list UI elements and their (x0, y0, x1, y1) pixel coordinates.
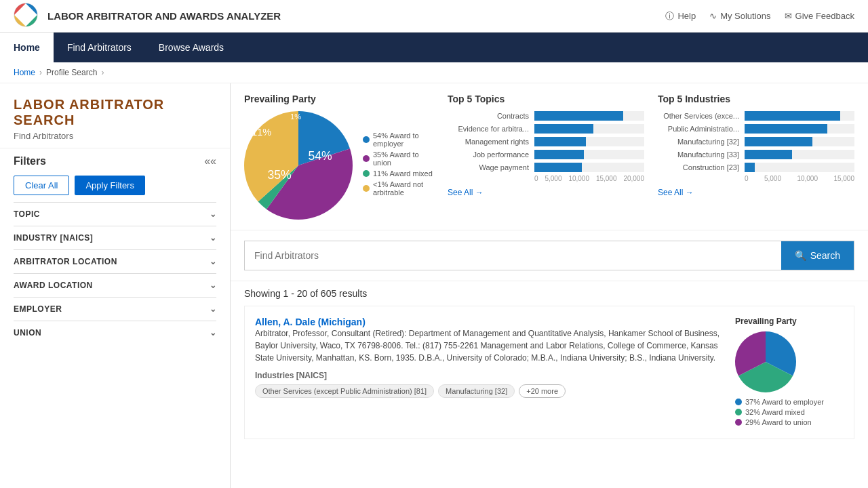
legend-mixed: 11% Award mixed (363, 169, 434, 178)
search-icon: 🔍 (795, 250, 806, 261)
filters-header: Filters «« (14, 155, 216, 167)
industries-bars: Other Services (exce... Public Administr… (658, 111, 854, 172)
legend-dot-not-arb (363, 185, 370, 192)
filter-group-employer-header[interactable]: EMPLOYER ⌄ (14, 298, 216, 321)
filter-group-arbitrator-location: ARBITRATOR LOCATION ⌄ (14, 249, 216, 273)
filter-group-award-location: AWARD LOCATION ⌄ (14, 273, 216, 297)
envelope-icon: ✉ (785, 11, 792, 21)
industries-label: Industries [NAICS] (255, 371, 722, 380)
filter-group-industry: INDUSTRY [NAICS] ⌄ (14, 226, 216, 249)
breadcrumb-sep-1: › (39, 68, 42, 77)
help-link[interactable]: ⓘ Help (665, 10, 696, 22)
mini-dot-mixed (735, 409, 742, 415)
filter-group-topic-header[interactable]: TOPIC ⌄ (14, 203, 216, 226)
tag-list: Other Services (except Public Administra… (255, 384, 722, 398)
search-input[interactable] (245, 241, 781, 270)
chevron-industry-icon: ⌄ (210, 233, 217, 243)
main-layout: LABOR ARBITRATOR SEARCH Find Arbitrators… (0, 83, 868, 488)
filter-group-employer: EMPLOYER ⌄ (14, 297, 216, 321)
result-card: Allen, A. Dale (Michigan) Arbitrator, Pr… (244, 306, 854, 439)
chevron-union-icon: ⌄ (210, 328, 217, 338)
charts-row: Prevailing Party 54%35%11%1% (231, 83, 868, 230)
bar-row: Public Administratio... (658, 124, 854, 134)
mini-legend-union: 29% Award to union (735, 418, 824, 426)
nav-find-arbitrators[interactable]: Find Arbitrators (54, 33, 145, 62)
result-description: Arbitrator, Professor, Consultant (Retir… (255, 327, 722, 364)
bar-row: Manufacturing [32] (658, 137, 854, 146)
bar-row: Evidence for arbitra... (448, 124, 644, 134)
bar-row: Construction [23] (658, 163, 854, 172)
prevailing-party-chart: Prevailing Party 54%35%11%1% (244, 94, 434, 220)
page-title: LABOR ARBITRATOR SEARCH (14, 97, 216, 128)
search-area: 🔍 Search (231, 230, 868, 281)
mini-legend-mixed: 32% Award mixed (735, 408, 824, 416)
bar-row: Job performance (448, 150, 644, 159)
topics-bars: Contracts Evidence for arbitra... Manage… (448, 111, 644, 172)
app-logo (14, 3, 47, 29)
svg-text:54%: 54% (308, 149, 332, 163)
filter-group-industry-header[interactable]: INDUSTRY [NAICS] ⌄ (14, 226, 216, 249)
mini-pie-box: Prevailing Party 37% Award to employer (735, 317, 844, 428)
svg-text:35%: 35% (267, 168, 292, 182)
top-bar: LABOR ARBITRATOR AND AWARDS ANALYZER ⓘ H… (0, 0, 868, 33)
topics-see-all[interactable]: See All → (448, 188, 484, 197)
sidebar: LABOR ARBITRATOR SEARCH Find Arbitrators… (0, 83, 231, 488)
bar-row: Manufacturing [33] (658, 150, 854, 159)
legend-dot-employer (363, 136, 370, 143)
chevron-arb-loc-icon: ⌄ (210, 257, 217, 266)
filter-group-union-header[interactable]: UNION ⌄ (14, 321, 216, 344)
page-subtitle: Find Arbitrators (14, 131, 216, 141)
mini-dot-union (735, 419, 742, 426)
search-bar: 🔍 Search (244, 241, 854, 270)
filter-group-award-location-header[interactable]: AWARD LOCATION ⌄ (14, 274, 216, 297)
filter-group-topic: TOPIC ⌄ (14, 202, 216, 226)
results-count: Showing 1 - 20 of 605 results (244, 288, 854, 299)
chevron-employer-icon: ⌄ (210, 304, 217, 314)
top-topics-chart: Top 5 Topics Contracts Evidence for arbi… (448, 94, 644, 220)
filter-group-arbitrator-location-header[interactable]: ARBITRATOR LOCATION ⌄ (14, 250, 216, 273)
pie-container: 54%35%11%1% 54% Award to employer 35% Aw… (244, 111, 434, 220)
nav-browse-awards[interactable]: Browse Awards (145, 33, 237, 62)
legend-dot-mixed (363, 170, 370, 177)
more-industries-button[interactable]: +20 more (519, 384, 566, 398)
collapse-filters-icon[interactable]: «« (204, 155, 216, 167)
app-title: LABOR ARBITRATOR AND AWARDS ANALYZER (47, 10, 665, 22)
bar-row: Other Services (exce... (658, 111, 854, 121)
filters-title: Filters (14, 155, 46, 167)
bar-row: Management rights (448, 137, 644, 146)
nav-bar: Home Find Arbitrators Browse Awards (0, 33, 868, 62)
legend-not-arb: <1% Award not arbitrable (363, 180, 434, 197)
legend-union: 35% Award to union (363, 150, 434, 167)
breadcrumb-profile-search: Profile Search (46, 68, 97, 77)
filters-section: Filters «« Clear All Apply Filters TOPIC… (0, 148, 230, 351)
mini-pie-title: Prevailing Party (735, 317, 797, 326)
filter-buttons: Clear All Apply Filters (14, 176, 216, 195)
nav-home[interactable]: Home (0, 33, 54, 62)
result-name[interactable]: Allen, A. Dale (Michigan) (255, 317, 366, 327)
breadcrumb-home[interactable]: Home (14, 68, 35, 77)
grid-icon: ∿ (709, 11, 717, 21)
industry-tag: Manufacturing [32] (438, 384, 515, 398)
clear-all-button[interactable]: Clear All (14, 176, 69, 195)
chevron-award-loc-icon: ⌄ (210, 281, 217, 290)
legend-dot-union (363, 155, 370, 162)
search-button[interactable]: 🔍 Search (781, 241, 854, 270)
apply-filters-button[interactable]: Apply Filters (75, 176, 145, 195)
svg-text:1%: 1% (290, 113, 301, 121)
top-topics-title: Top 5 Topics (448, 94, 644, 104)
give-feedback-link[interactable]: ✉ Give Feedback (785, 11, 854, 21)
mini-pie-legend: 37% Award to employer 32% Award mixed 29… (735, 398, 824, 428)
mini-dot-employer (735, 399, 742, 405)
industries-axis: 0 5,000 10,000 15,000 (658, 175, 854, 182)
top-actions: ⓘ Help ∿ My Solutions ✉ Give Feedback (665, 10, 854, 22)
result-main: Allen, A. Dale (Michigan) Arbitrator, Pr… (255, 317, 722, 428)
legend-employer: 54% Award to employer (363, 131, 434, 148)
mini-pie-svg (735, 331, 796, 392)
mini-legend-employer: 37% Award to employer (735, 398, 824, 406)
breadcrumb: Home › Profile Search › (0, 62, 868, 83)
prevailing-party-title: Prevailing Party (244, 94, 434, 104)
my-solutions-link[interactable]: ∿ My Solutions (709, 11, 770, 21)
filter-group-union: UNION ⌄ (14, 321, 216, 344)
industries-see-all[interactable]: See All → (658, 188, 694, 197)
results-area: Showing 1 - 20 of 605 results Allen, A. … (231, 281, 868, 453)
